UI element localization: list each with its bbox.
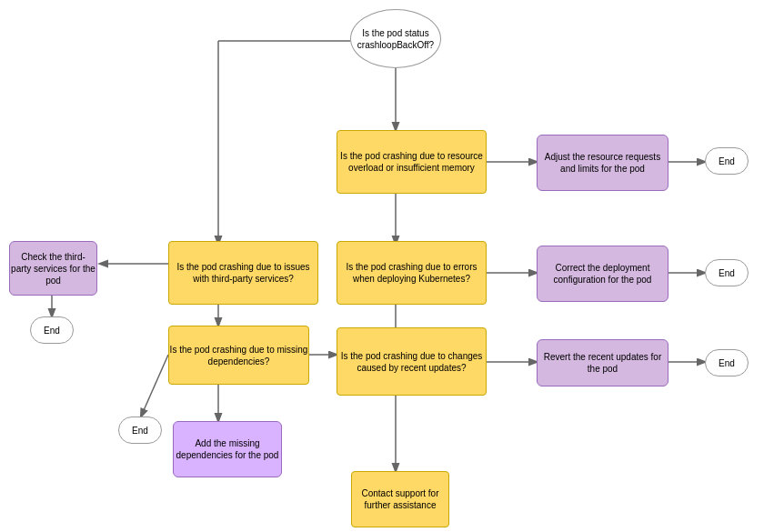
a5-node: Add the missing dependencies for the pod — [173, 421, 282, 477]
q5-node: Is the pod crashing due to changes cause… — [337, 327, 487, 396]
a3-node: Revert the recent updates for the pod — [537, 339, 668, 386]
a1-node: Adjust the resource requests and limits … — [537, 135, 668, 191]
a6-node: Contact support for further assistance — [351, 471, 449, 527]
end3-node: End — [705, 349, 749, 376]
end1-node: End — [705, 147, 749, 175]
end4-node: End — [30, 316, 74, 344]
start-node: Is the pod status crashloopBackOff? — [350, 9, 441, 68]
q4-node: Is the pod crashing due to missing depen… — [168, 326, 309, 385]
q2-node: Is the pod crashing due to issues with t… — [168, 241, 318, 305]
a4-node: Check the third- party services for the … — [9, 241, 97, 296]
q1-node: Is the pod crashing due to resource over… — [337, 130, 487, 194]
end2-node: End — [705, 259, 749, 286]
a2-node: Correct the deployment configuration for… — [537, 246, 668, 302]
svg-line-15 — [141, 355, 168, 417]
flowchart: Is the pod status crashloopBackOff? Is t… — [0, 0, 774, 532]
end5-node: End — [118, 417, 162, 444]
q3-node: Is the pod crashing due to errors when d… — [337, 241, 487, 305]
